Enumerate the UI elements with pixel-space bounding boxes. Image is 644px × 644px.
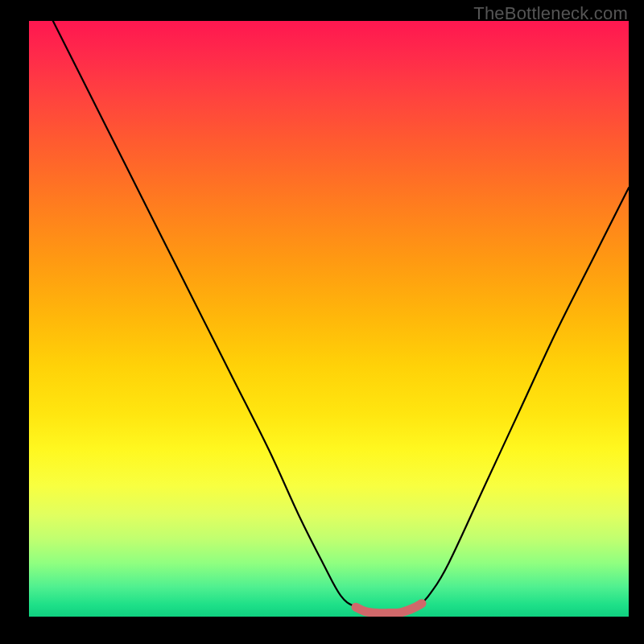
watermark-text: TheBottleneck.com [473,3,628,24]
bottleneck-curve-path [53,21,629,613]
chart-svg [29,21,629,617]
chart-plot-area [29,21,629,617]
flat-region-path [356,604,422,613]
